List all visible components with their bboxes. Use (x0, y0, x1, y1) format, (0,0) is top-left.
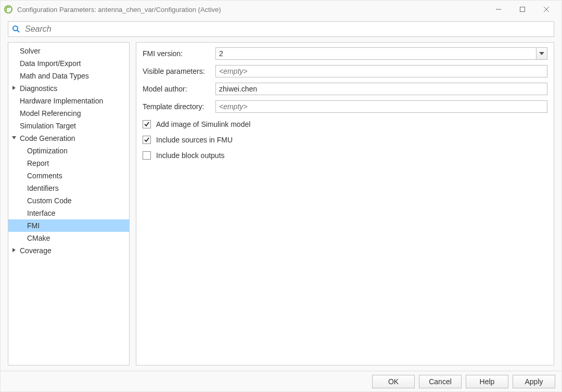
chevron-down-icon (539, 52, 544, 55)
sidebar-item-identifiers[interactable]: Identifiers (8, 182, 129, 194)
svg-marker-10 (539, 52, 544, 55)
sidebar-item-label: Report (27, 159, 49, 167)
sidebar-item-code-generation[interactable]: Code Generation (8, 132, 129, 145)
label-include-sources: Include sources in FMU (156, 136, 233, 144)
search-row (1, 18, 561, 40)
sidebar-item-label: Optimization (27, 147, 68, 155)
sidebar-item-fmi[interactable]: FMI (8, 219, 129, 232)
body: SolverData Import/ExportMath and Data Ty… (1, 40, 561, 371)
sidebar-item-label: Hardware Implementation (20, 97, 103, 105)
label-fmi-version: FMI version: (143, 49, 215, 58)
help-button[interactable]: Help (466, 375, 508, 388)
chevron-right-icon[interactable] (11, 85, 17, 90)
cancel-button[interactable]: Cancel (419, 375, 462, 388)
close-button[interactable] (534, 2, 558, 17)
ok-button[interactable]: OK (372, 375, 415, 388)
sidebar-item-label: Data Import/Export (20, 59, 81, 68)
sidebar-item-custom-code[interactable]: Custom Code (8, 194, 129, 207)
sidebar-item-solver[interactable]: Solver (8, 45, 129, 57)
sidebar-tree[interactable]: SolverData Import/ExportMath and Data Ty… (8, 42, 130, 365)
apply-button[interactable]: Apply (513, 375, 555, 388)
select-fmi-version[interactable]: 2 (215, 47, 547, 60)
svg-point-5 (13, 26, 18, 31)
checkbox-add-image[interactable] (143, 120, 151, 128)
sidebar-item-cmake[interactable]: CMake (8, 232, 129, 244)
row-model-author: Model author: (143, 82, 547, 96)
sidebar-item-interface[interactable]: Interface (8, 207, 129, 219)
sidebar-item-label: Solver (20, 47, 41, 55)
search-icon (11, 24, 21, 34)
row-template-dir: Template directory: (143, 100, 547, 113)
app-icon (4, 5, 13, 14)
titlebar: Configuration Parameters: antenna_chen_v… (1, 1, 561, 18)
minimize-button[interactable] (487, 2, 510, 17)
select-fmi-version-button[interactable] (536, 47, 547, 60)
sidebar-item-label: Code Generation (20, 134, 75, 142)
sidebar-item-data-import-export[interactable]: Data Import/Export (8, 57, 129, 70)
svg-rect-2 (520, 7, 525, 12)
svg-marker-9 (12, 248, 16, 252)
sidebar-item-hardware-implementation[interactable]: Hardware Implementation (8, 95, 129, 107)
sidebar-item-model-referencing[interactable]: Model Referencing (8, 107, 129, 120)
sidebar-item-label: FMI (27, 221, 40, 230)
sidebar-item-label: Model Referencing (20, 109, 81, 117)
sidebar-item-label: Math and Data Types (20, 72, 89, 80)
input-visible-params[interactable] (215, 65, 547, 77)
maximize-icon (519, 6, 526, 12)
sidebar-item-label: Coverage (20, 246, 52, 255)
sidebar-item-comments[interactable]: Comments (8, 169, 129, 182)
search-input[interactable] (24, 24, 551, 34)
label-model-author: Model author: (143, 85, 215, 93)
label-template-dir: Template directory: (143, 102, 215, 111)
svg-marker-8 (12, 136, 16, 139)
window-title: Configuration Parameters: antenna_chen_v… (17, 6, 487, 14)
svg-marker-7 (12, 86, 16, 90)
input-model-author[interactable] (215, 83, 547, 95)
label-visible-params: Visible parameters: (143, 67, 215, 75)
label-add-image: Add image of Simulink model (156, 120, 250, 128)
sidebar-item-label: Comments (27, 172, 62, 180)
label-include-block-outputs: Include block outputs (156, 151, 225, 160)
sidebar-item-label: Custom Code (27, 197, 72, 205)
sidebar-item-diagnostics[interactable]: Diagnostics (8, 82, 129, 95)
sidebar-item-label: CMake (27, 234, 50, 242)
row-include-sources: Include sources in FMU (143, 133, 547, 147)
select-fmi-version-value: 2 (215, 47, 536, 60)
maximize-button[interactable] (510, 2, 534, 17)
content-panel: FMI version: 2 Visible parameters: Model… (136, 42, 554, 365)
chevron-right-icon[interactable] (11, 247, 17, 253)
row-fmi-version: FMI version: 2 (143, 47, 547, 60)
sidebar-item-report[interactable]: Report (8, 157, 129, 169)
sidebar-item-label: Diagnostics (20, 84, 57, 93)
input-template-dir[interactable] (215, 100, 547, 113)
row-visible-params: Visible parameters: (143, 64, 547, 78)
sidebar-item-label: Simulation Target (20, 122, 76, 130)
sidebar-item-simulation-target[interactable]: Simulation Target (8, 120, 129, 132)
checkbox-include-sources[interactable] (143, 136, 151, 144)
sidebar-item-label: Interface (27, 209, 55, 217)
config-window: Configuration Parameters: antenna_chen_v… (0, 0, 562, 392)
search-box[interactable] (8, 21, 554, 37)
check-icon (144, 137, 150, 143)
svg-line-6 (17, 30, 19, 32)
chevron-down-icon[interactable] (11, 135, 17, 140)
footer: OK Cancel Help Apply (1, 371, 561, 391)
sidebar-item-optimization[interactable]: Optimization (8, 145, 129, 157)
minimize-icon (495, 6, 502, 12)
sidebar-item-math-and-data-types[interactable]: Math and Data Types (8, 70, 129, 82)
check-icon (144, 121, 150, 127)
sidebar-item-coverage[interactable]: Coverage (8, 244, 129, 257)
checkbox-include-block-outputs[interactable] (143, 151, 151, 160)
close-icon (543, 6, 550, 12)
sidebar-item-label: Identifiers (27, 184, 59, 192)
row-include-block-outputs: Include block outputs (143, 149, 547, 162)
row-add-image: Add image of Simulink model (143, 117, 547, 131)
